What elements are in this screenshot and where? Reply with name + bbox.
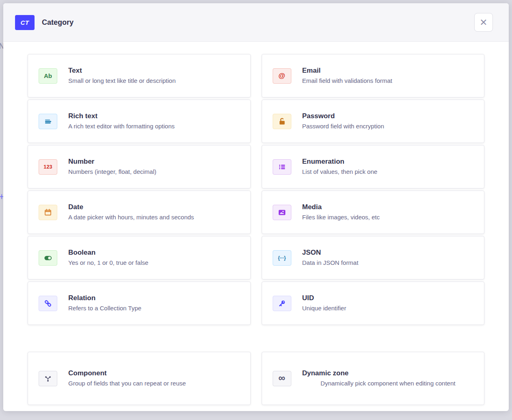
at-sign-icon: @	[273, 68, 291, 84]
field-title: JSON	[302, 249, 474, 257]
123-icon: 123	[39, 159, 57, 175]
field-card-email[interactable]: @ Email Email field with validations for…	[262, 54, 485, 97]
field-card-richtext[interactable]: Rich text A rich text editor with format…	[28, 100, 251, 143]
field-title: Text	[68, 67, 240, 75]
field-title: Date	[68, 203, 240, 211]
field-description: A date picker with hours, minutes and se…	[68, 213, 240, 221]
field-card-password[interactable]: Password Password field with encryption	[262, 100, 485, 143]
toggle-on-icon	[39, 250, 57, 266]
padlock-icon	[273, 114, 291, 129]
field-type-grid: Ab Text Small or long text like title or…	[28, 54, 484, 325]
field-title: Password	[302, 112, 474, 120]
field-description: Password field with encryption	[302, 122, 474, 130]
field-card-relation[interactable]: Relation Refers to a Collection Type	[28, 281, 251, 325]
field-title: Component	[68, 369, 240, 377]
field-description: Yes or no, 1 or 0, true or false	[68, 258, 240, 267]
field-card-uid[interactable]: UID Unique identifier	[262, 281, 485, 325]
field-card-text[interactable]: Ab Text Small or long text like title or…	[28, 54, 251, 97]
key-icon	[273, 296, 291, 311]
field-card-date[interactable]: Date A date picker with hours, minutes a…	[28, 191, 251, 234]
curly-braces-icon: {···}	[273, 250, 291, 266]
infinity-icon: ∞	[273, 371, 291, 386]
select-field-type-modal: CT Category ✕ Ab Text Small or long text…	[3, 3, 509, 411]
field-description: Numbers (integer, float, decimal)	[68, 167, 240, 176]
field-description: Small or long text like title or descrip…	[68, 76, 240, 85]
field-card-boolean[interactable]: Boolean Yes or no, 1 or 0, true or false	[28, 236, 251, 279]
close-button[interactable]: ✕	[474, 13, 493, 32]
field-card-json[interactable]: {···} JSON Data in JSON format	[262, 236, 485, 279]
field-card-number[interactable]: 123 Number Numbers (integer, float, deci…	[28, 145, 251, 188]
field-description: A rich text editor with formatting optio…	[68, 122, 240, 130]
field-card-media[interactable]: Media Files like images, videos, etc	[262, 191, 485, 234]
close-icon: ✕	[479, 18, 487, 27]
modal-title: Category	[42, 18, 74, 27]
field-description: Refers to a Collection Type	[68, 304, 240, 312]
field-title: Number	[68, 158, 240, 166]
field-description: List of values, then pick one	[302, 167, 474, 176]
field-description: Files like images, videos, etc	[302, 213, 474, 221]
field-description: Email field with validations format	[302, 76, 474, 85]
ab-text-icon: Ab	[39, 68, 57, 84]
field-card-dynamiczone[interactable]: ∞ Dynamic zone Dynamically pick componen…	[262, 352, 485, 405]
field-card-component[interactable]: Component Group of fields that you can r…	[28, 352, 251, 405]
align-text-icon	[39, 114, 57, 129]
field-description: Data in JSON format	[302, 258, 474, 267]
field-title: Relation	[68, 294, 240, 302]
field-description: Unique identifier	[302, 304, 474, 312]
field-description: Group of fields that you can repeat or r…	[68, 379, 240, 388]
advanced-field-grid: Component Group of fields that you can r…	[28, 352, 484, 405]
chain-link-icon	[39, 296, 57, 311]
field-title: Rich text	[68, 112, 240, 120]
content-type-badge: CT	[15, 15, 35, 30]
field-title: Media	[302, 203, 474, 211]
field-type-list: Ab Text Small or long text like title or…	[3, 42, 509, 411]
bullet-list-icon	[273, 159, 291, 175]
field-title: Email	[302, 67, 474, 75]
field-title: Dynamic zone	[302, 369, 474, 377]
calendar-icon	[39, 205, 57, 220]
field-card-enumeration[interactable]: Enumeration List of values, then pick on…	[262, 145, 485, 188]
modal-header: CT Category ✕	[3, 3, 509, 42]
picture-icon	[273, 205, 291, 220]
field-title: UID	[302, 294, 474, 302]
field-description: Dynamically pick component when editing …	[304, 379, 472, 388]
field-title: Boolean	[68, 249, 240, 257]
branch-nodes-icon	[39, 371, 57, 386]
field-title: Enumeration	[302, 158, 474, 166]
